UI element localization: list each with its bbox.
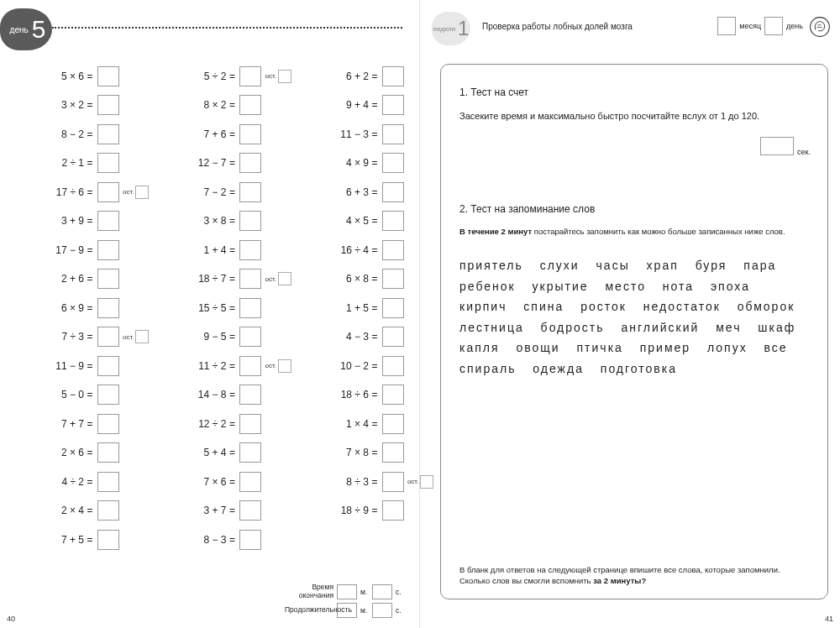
answer-box[interactable]: [382, 414, 404, 434]
equals-sign: =: [84, 360, 96, 372]
answer-box[interactable]: [239, 327, 261, 347]
answer-box[interactable]: [97, 500, 119, 521]
answer-box[interactable]: [239, 124, 261, 144]
problem-expression: 1 + 4: [167, 244, 226, 256]
problem-row: 9 − 5=: [167, 327, 291, 348]
remainder-box[interactable]: [278, 359, 291, 373]
problem-row: 3 × 8=: [167, 211, 291, 232]
problem-row: 1 + 5=: [310, 297, 433, 318]
answer-box[interactable]: [239, 356, 261, 376]
problem-expression: 2 + 6: [25, 273, 84, 285]
problem-expression: 4 ÷ 2: [25, 476, 84, 488]
answer-box[interactable]: [97, 211, 119, 231]
equals-sign: =: [369, 273, 381, 285]
answer-box[interactable]: [97, 356, 119, 376]
answer-box[interactable]: [382, 211, 404, 231]
problem-expression: 5 × 6: [25, 71, 84, 82]
problem-row: 1 + 4=: [167, 239, 291, 260]
equals-sign: =: [369, 186, 381, 198]
problems-grid: 5 × 6=3 × 2=8 − 2=2 ÷ 1=17 ÷ 6=ост.3 + 9…: [25, 65, 409, 603]
problem-expression: 17 − 9: [25, 244, 84, 256]
answer-box[interactable]: [97, 298, 119, 318]
answer-box[interactable]: [382, 472, 404, 492]
answer-box[interactable]: [382, 124, 404, 144]
problem-expression: 15 ÷ 5: [167, 302, 226, 314]
answer-box[interactable]: [382, 442, 404, 463]
answer-box[interactable]: [382, 182, 404, 202]
answer-box[interactable]: [239, 530, 261, 550]
answer-box[interactable]: [382, 500, 404, 521]
problem-expression: 6 × 9: [25, 302, 84, 314]
answer-box[interactable]: [382, 385, 404, 405]
duration-min-box[interactable]: [337, 603, 357, 618]
problem-expression: 9 − 5: [167, 331, 226, 343]
equals-sign: =: [226, 157, 238, 169]
equals-sign: =: [226, 302, 238, 314]
problem-expression: 8 − 2: [25, 128, 84, 140]
remainder-label: ост.: [123, 188, 134, 196]
answer-box[interactable]: [382, 356, 404, 376]
equals-sign: =: [369, 128, 381, 140]
equals-sign: =: [84, 99, 96, 111]
equals-sign: =: [84, 244, 96, 256]
answer-box[interactable]: [239, 472, 261, 492]
word-list: приятель слухи часы храп буря пара ребен…: [459, 255, 811, 379]
problem-expression: 1 + 5: [310, 302, 369, 314]
duration-sec-box[interactable]: [372, 603, 392, 618]
answer-box[interactable]: [239, 153, 261, 173]
answer-box[interactable]: [239, 414, 261, 434]
answer-box[interactable]: [97, 442, 119, 463]
end-time-sec-box[interactable]: [372, 584, 392, 599]
problem-expression: 6 + 2: [310, 71, 369, 82]
answer-box[interactable]: [239, 95, 261, 115]
answer-box[interactable]: [382, 327, 404, 347]
answer-box[interactable]: [239, 500, 261, 521]
remainder-box[interactable]: [135, 330, 149, 343]
problem-row: 4 × 9=: [310, 153, 433, 174]
answer-box[interactable]: [97, 472, 119, 492]
answer-box[interactable]: [382, 298, 404, 318]
remainder-box[interactable]: [278, 272, 291, 285]
answer-box[interactable]: [239, 298, 261, 318]
answer-box[interactable]: [97, 182, 119, 202]
problem-row: 5 ÷ 2=ост.: [167, 65, 291, 86]
answer-box[interactable]: [239, 240, 261, 260]
end-time-min-box[interactable]: [337, 584, 357, 599]
answer-box[interactable]: [382, 66, 404, 86]
problem-expression: 14 − 8: [167, 389, 226, 400]
answer-box[interactable]: [97, 124, 119, 144]
answer-box[interactable]: [97, 66, 119, 86]
problem-expression: 6 × 8: [310, 273, 369, 285]
day-box[interactable]: [764, 17, 783, 35]
answer-box[interactable]: [239, 66, 261, 86]
problem-row: 15 ÷ 5=: [167, 297, 291, 318]
answer-box[interactable]: [382, 269, 404, 289]
remainder-box[interactable]: [135, 186, 149, 199]
answer-box[interactable]: [239, 211, 261, 231]
answer-box[interactable]: [382, 240, 404, 260]
month-box[interactable]: [717, 17, 736, 35]
section-2-subtitle: В течение 2 минут постарайтесь запомнить…: [459, 227, 811, 237]
section-1-body: Засеките время и максимально быстро посч…: [459, 110, 811, 123]
remainder-box[interactable]: [278, 70, 291, 83]
problem-expression: 7 + 7: [25, 418, 84, 430]
answer-box[interactable]: [97, 269, 119, 289]
answer-box[interactable]: [97, 153, 119, 173]
equals-sign: =: [84, 447, 96, 458]
answer-box[interactable]: [239, 385, 261, 405]
answer-box[interactable]: [239, 269, 261, 289]
problem-row: 5 − 0=: [25, 385, 149, 406]
problem-expression: 8 ÷ 3: [310, 476, 369, 488]
answer-box[interactable]: [97, 530, 119, 550]
answer-box[interactable]: [382, 95, 404, 115]
seconds-box[interactable]: [760, 137, 794, 155]
answer-box[interactable]: [97, 240, 119, 260]
answer-box[interactable]: [382, 153, 404, 173]
answer-box[interactable]: [97, 385, 119, 405]
answer-box[interactable]: [239, 442, 261, 463]
answer-box[interactable]: [239, 182, 261, 202]
problem-expression: 11 ÷ 2: [167, 360, 226, 372]
answer-box[interactable]: [97, 414, 119, 434]
answer-box[interactable]: [97, 95, 119, 115]
answer-box[interactable]: [97, 327, 119, 347]
